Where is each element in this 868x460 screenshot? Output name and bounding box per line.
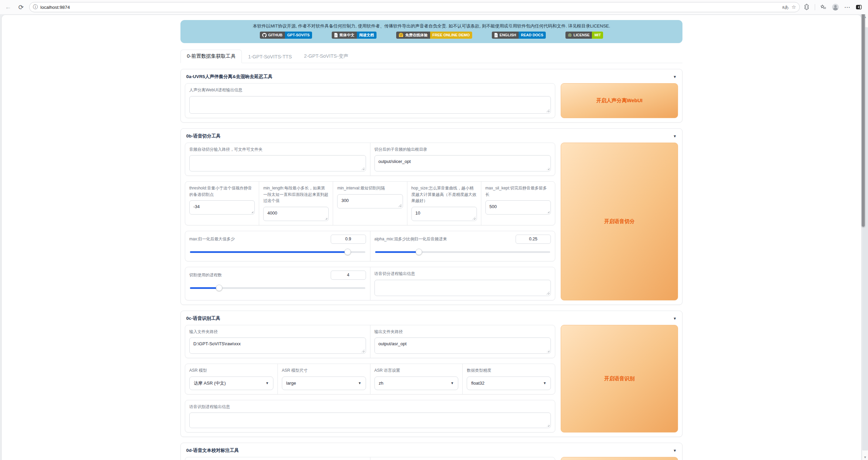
max-sil-kept-input[interactable]: 500 (485, 200, 551, 215)
open-uvr5-webui-button[interactable]: 开启人声分离WebUI (561, 83, 678, 118)
badge-docs-en-label: ENGLISH (500, 32, 516, 39)
asr-language-value: zh (379, 381, 384, 386)
site-info-icon[interactable]: ⓘ (33, 4, 38, 10)
chevron-down-icon: ▼ (450, 381, 454, 385)
extensions-puzzle-icon[interactable] (803, 4, 810, 11)
chevron-down-icon: ▼ (266, 381, 269, 385)
collapse-arrow-icon[interactable]: ▼ (673, 75, 677, 79)
section-0b-slicer: 0b-语音切分工具 ▼ 音频自动切分输入路径，可文件可文件夹 (180, 128, 682, 305)
asr-model-select[interactable]: 达摩 ASR (中文) ▼ (189, 376, 273, 390)
toolbar-divider (815, 4, 815, 10)
section-0b-title: 0b-语音切分工具 (186, 133, 220, 139)
alpha-mix-slider-value-input[interactable] (516, 235, 551, 244)
asr-precision-select[interactable]: float32 ▼ (467, 376, 551, 390)
toolbar-right-icons: ⋯ (803, 3, 865, 11)
max-slider[interactable] (190, 251, 365, 253)
asr-input-folder-label: 输入文件夹路径 (189, 329, 366, 335)
asr-input-folder-textarea[interactable]: D:\GPT-SoVITS\raw\xxx (189, 337, 366, 354)
badge-row: GITHUB GPT-SOVITS 简体中文 阅读文档 🤗 免费在线体验 (180, 32, 682, 39)
asr-process-output-label: 语音识别进程输出信息 (189, 404, 551, 410)
huggingface-icon: 🤗 (399, 32, 404, 39)
disclaimer-banner: 本软件以MIT协议开源, 作者不对软件具备任何控制力, 使用软件者、传播软件导出… (180, 20, 682, 43)
asr-precision-value: float32 (471, 381, 484, 386)
badge-docs-zh-value: 阅读文档 (357, 32, 377, 39)
tab-gpt-sovits-tts[interactable]: 1-GPT-SoVITS-TTS (242, 51, 298, 63)
asr-size-value: large (286, 381, 296, 386)
min-interval-input[interactable]: 300 (337, 194, 403, 208)
asr-output-folder-label: 输出文件夹路径 (374, 329, 551, 335)
badge-github[interactable]: GITHUB GPT-SOVITS (260, 32, 312, 39)
settings-menu-icon[interactable]: ⋯ (844, 4, 850, 11)
section-0c-title: 0c-语音识别工具 (186, 315, 220, 321)
slice-output-dir-label: 切分后的子音频的输出根目录 (374, 146, 551, 153)
url-text[interactable]: localhost:9874 (40, 5, 779, 10)
favorite-star-icon[interactable]: ☆ (792, 4, 796, 10)
profile-avatar[interactable] (831, 3, 840, 11)
tab-gpt-sovits-voice-change[interactable]: 2-GPT-SoVITS-变声 (298, 50, 354, 63)
section-0b-header[interactable]: 0b-语音切分工具 ▼ (185, 132, 678, 143)
slice-output-dir-textarea[interactable]: output/slicer_opt (374, 155, 551, 171)
badge-online-demo[interactable]: 🤗 免费在线体验 FREE ONLINE DEMO (396, 32, 472, 39)
alpha-mix-slider[interactable] (375, 251, 551, 253)
uvr5-output-textarea[interactable] (189, 96, 551, 114)
badge-docs-zh[interactable]: 简体中文 阅读文档 (332, 32, 377, 39)
hop-size-label: hop_size:怎么算音量曲线，越小精度越大计算量越高（不是精度越大效果越好） (411, 185, 477, 204)
collapse-arrow-icon[interactable]: ▼ (673, 448, 677, 453)
gradio-page: 本软件以MIT协议开源, 作者不对软件具备任何控制力, 使用软件者、传播软件导出… (1, 15, 862, 460)
threshold-input[interactable]: -34 (189, 200, 255, 215)
collapse-arrow-icon[interactable]: ▼ (673, 316, 677, 320)
open-labeling-webui-button[interactable]: 开启音频标注WebUI (561, 457, 678, 460)
scrollbar-thumb[interactable] (862, 0, 865, 227)
badge-license-value: MIT (592, 32, 603, 39)
threshold-label: threshold:音量小于这个值视作静音的备选切割点 (189, 185, 255, 198)
open-slicer-button[interactable]: 开启语音切分 (561, 143, 678, 300)
open-asr-button[interactable]: 开启语音识别 (561, 325, 678, 433)
badge-docs-en[interactable]: ENGLISH READ DOCS (492, 32, 546, 39)
document-icon (494, 33, 498, 37)
slice-input-path-textarea[interactable] (189, 155, 366, 171)
section-0d-header[interactable]: 0d-语音文本校对标注工具 ▼ (185, 446, 678, 457)
collapse-arrow-icon[interactable]: ▼ (673, 134, 677, 138)
asr-size-select[interactable]: large ▼ (282, 376, 366, 390)
badge-license[interactable]: LICENSE MIT (565, 32, 603, 39)
asr-process-output-textarea[interactable] (189, 412, 551, 428)
badge-github-value: GPT-SOVITS (285, 32, 312, 39)
slider-thumb[interactable] (216, 285, 223, 291)
refresh-icon[interactable]: ⟳ (16, 2, 26, 12)
address-bar[interactable]: ⓘ localhost:9874 aあ ☆ (29, 2, 800, 12)
asr-model-value: 达摩 ASR (中文) (194, 380, 226, 386)
section-0a-title: 0a-UVR5人声伴奏分离&去混响去延迟工具 (186, 74, 272, 80)
num-process-slider[interactable] (190, 287, 365, 289)
section-0a-header[interactable]: 0a-UVR5人声伴奏分离&去混响去延迟工具 ▼ (185, 73, 678, 83)
tab-dataset-tools[interactable]: 0-前置数据集获取工具 (180, 50, 242, 63)
badge-online-demo-value: FREE ONLINE DEMO (430, 32, 472, 39)
section-0c-header[interactable]: 0c-语音识别工具 ▼ (185, 314, 678, 325)
slider-thumb[interactable] (344, 249, 351, 255)
tab-bar: 0-前置数据集获取工具 1-GPT-SoVITS-TTS 2-GPT-SoVIT… (180, 50, 682, 63)
collections-icon[interactable] (820, 4, 827, 11)
back-icon[interactable]: ← (3, 2, 13, 12)
asr-output-folder-textarea[interactable]: output/asr_opt (374, 337, 551, 354)
num-process-slider-value-input[interactable] (331, 271, 366, 280)
badge-license-label: LICENSE (574, 32, 590, 39)
min-length-label: min_length:每段最小多长，如果第一段太短一直和后面段连起来直到超过这个… (263, 185, 329, 204)
scroll-down-icon[interactable]: ▼ (864, 455, 867, 460)
slice-process-output-textarea[interactable] (374, 280, 551, 296)
alpha-mix-slider-label: alpha_mix:混多少比例归一化后音频进来 (374, 236, 447, 242)
vertical-scrollbar[interactable]: ▲ ▼ (862, 14, 868, 460)
badge-online-demo-label: 免费在线体验 (405, 32, 428, 39)
max-slider-value-input[interactable] (331, 235, 366, 244)
badge-docs-en-value: READ DOCS (519, 32, 546, 39)
slider-thumb[interactable] (416, 249, 422, 255)
sidebar-toggle-icon[interactable] (855, 3, 863, 11)
section-0a-uvr5: 0a-UVR5人声伴奏分离&去混响去延迟工具 ▼ 人声分离WebUI进程输出信息 (180, 69, 682, 123)
asr-precision-label: 数据类型精度 (467, 367, 551, 374)
asr-language-label: ASR 语言设置 (374, 367, 459, 374)
translate-icon[interactable]: aあ (782, 4, 789, 10)
asr-language-select[interactable]: zh ▼ (374, 376, 459, 390)
asr-model-label: ASR 模型 (189, 367, 273, 374)
github-icon (262, 33, 267, 37)
hop-size-input[interactable]: 10 (411, 207, 477, 221)
max-slider-label: max:归一化后最大值多少 (189, 236, 235, 242)
min-length-input[interactable]: 4000 (263, 207, 329, 221)
